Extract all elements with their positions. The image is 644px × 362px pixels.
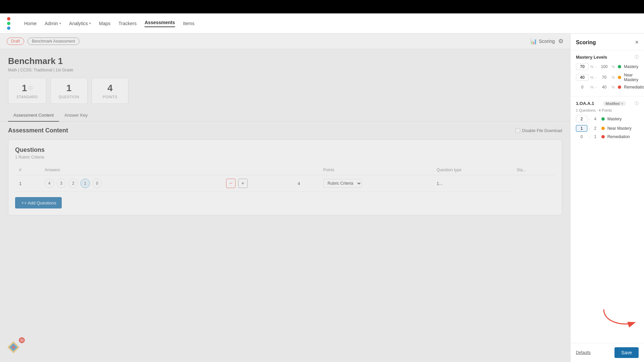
- disable-download-row: Disable File Download: [516, 128, 562, 133]
- scoring-button[interactable]: 📊 Scoring: [530, 38, 555, 45]
- scoring-bars-icon: 📊: [530, 38, 537, 45]
- nav-trackers[interactable]: Trackers: [118, 21, 137, 26]
- near-mastery-from-input[interactable]: [576, 74, 589, 81]
- tabs: Assessment Content Answer Key: [0, 109, 570, 122]
- standard-info-icon[interactable]: ⓘ: [29, 85, 33, 91]
- std-label-near-mastery: Near Mastery: [607, 126, 632, 131]
- questions-table: # Answers Points Question type Sta... 1: [15, 165, 555, 192]
- row-points: 4: [294, 175, 319, 192]
- nav-home[interactable]: Home: [24, 21, 37, 26]
- points-label: POINTS: [103, 95, 117, 99]
- mastery-label-remediation: Remediation: [624, 85, 644, 89]
- main-wrapper: Draft Benchmark Assessment 📊 Scoring ⚙ B…: [0, 34, 644, 362]
- std-near-mastery-from-input[interactable]: [576, 125, 587, 132]
- answer-3[interactable]: 3: [57, 179, 66, 188]
- answer-0[interactable]: 0: [93, 179, 102, 188]
- benchmark-badge[interactable]: Benchmark Assessment: [28, 38, 79, 45]
- mastery-section-header: Mastery Levels ⓘ: [576, 54, 639, 60]
- add-questions-button[interactable]: ＋ + Add Questions: [15, 197, 62, 208]
- col-spacer: [203, 165, 319, 175]
- app-icon[interactable]: 36: [7, 339, 23, 355]
- mastery-label-mastery: Mastery: [624, 64, 638, 69]
- mastery-remediation-row: 0 % - 40 % Remediation: [576, 85, 639, 89]
- std-label-remediation: Remediation: [607, 134, 630, 139]
- modified-badge: Modified ×: [603, 101, 626, 106]
- row-answers: 4 3 2 1 0: [41, 175, 203, 192]
- defaults-button[interactable]: Defaults: [576, 350, 591, 355]
- increase-points-button[interactable]: +: [238, 179, 248, 188]
- row-question-type: Rubric Criteria: [319, 175, 433, 192]
- stat-standard: 1 ⓘ STANDARD: [8, 78, 46, 104]
- mastery-label-near-mastery: Near Mastery: [624, 73, 639, 82]
- stats-row: 1 ⓘ STANDARD 1 QUESTION 4 POINTS: [0, 72, 570, 109]
- content-section: Assessment Content Disable File Download…: [0, 122, 570, 221]
- standard-label: STANDARD: [16, 95, 38, 99]
- row-standard-short: 1...: [433, 175, 513, 192]
- standard-count: 1: [22, 83, 27, 94]
- analytics-chevron-icon: ▾: [89, 21, 91, 25]
- app-logo[interactable]: [7, 17, 14, 30]
- nav-items[interactable]: Items: [183, 21, 195, 26]
- table-row: 1 4 3 2 1 0 − +: [15, 175, 555, 192]
- mastery-dot-near-mastery: [618, 76, 621, 79]
- tab-assessment-content[interactable]: Assessment Content: [8, 109, 59, 122]
- stat-question: 1 QUESTION: [50, 78, 88, 104]
- admin-chevron-icon: ▾: [59, 21, 61, 25]
- std-remediation-row: 0 - 1 Remediation: [576, 134, 639, 139]
- close-panel-button[interactable]: ×: [635, 39, 639, 46]
- standard-info-icon[interactable]: ⓘ: [635, 101, 639, 106]
- panel-title: Scoring: [576, 40, 596, 46]
- std-mastery-from-input[interactable]: [576, 116, 587, 122]
- answer-4[interactable]: 4: [45, 179, 54, 188]
- mastery-near-mastery-row: % - 70 % Near Mastery: [576, 73, 639, 82]
- col-number: #: [15, 165, 41, 175]
- nav-maps[interactable]: Maps: [99, 21, 110, 26]
- mastery-info-icon[interactable]: ⓘ: [635, 54, 639, 60]
- panel-header: Scoring ×: [571, 34, 644, 50]
- settings-button[interactable]: ⚙: [558, 38, 564, 45]
- std-dot-remediation: [601, 135, 605, 138]
- page-subtitle: Math | CCSS: Traditional | 1st Grade: [8, 68, 562, 72]
- standard-sub: 1 Questions · 4 Points: [576, 108, 639, 112]
- decrease-points-button[interactable]: −: [226, 179, 235, 188]
- section-header: Assessment Content Disable File Download: [8, 127, 562, 134]
- mastery-from-input[interactable]: [576, 63, 589, 70]
- standard-section: 1.OA.A.1 Modified × ⓘ 1 Questions · 4 Po…: [571, 97, 644, 146]
- points-count: 4: [107, 83, 113, 94]
- navbar: Home Admin ▾ Analytics ▾ Maps Trackers A…: [0, 13, 644, 34]
- logo-dot-green: [7, 22, 10, 25]
- diamond-icon: [7, 341, 20, 354]
- std-dot-near-mastery: [601, 127, 605, 130]
- disable-download-checkbox[interactable]: [516, 128, 520, 133]
- col-answers: Answers: [41, 165, 203, 175]
- standard-header: 1.OA.A.1 Modified × ⓘ: [576, 101, 639, 106]
- mastery-dot-remediation: [618, 85, 621, 89]
- answer-2[interactable]: 2: [68, 179, 78, 188]
- toolbar-right: 📊 Scoring ⚙: [530, 38, 564, 45]
- std-near-mastery-row: - 2 Near Mastery: [576, 125, 639, 132]
- app-badge: 36: [19, 337, 25, 343]
- row-spacer: [203, 175, 222, 192]
- std-label-mastery: Mastery: [607, 117, 622, 121]
- save-button[interactable]: Save: [614, 347, 639, 358]
- mastery-dot-mastery: [618, 65, 621, 68]
- question-type-select[interactable]: Rubric Criteria: [323, 179, 362, 188]
- row-number: 1: [15, 175, 41, 192]
- tab-answer-key[interactable]: Answer Key: [59, 109, 93, 122]
- modified-close-button[interactable]: ×: [621, 102, 623, 106]
- answer-1[interactable]: 1: [80, 179, 90, 188]
- nav-admin[interactable]: Admin ▾: [45, 21, 61, 26]
- nav-links: Home Admin ▾ Analytics ▾ Maps Trackers A…: [24, 20, 195, 27]
- mastery-mastery-row: % - 100 % Mastery: [576, 63, 639, 70]
- std-mastery-row: - 4 Mastery: [576, 116, 639, 122]
- standard-id: 1.OA.A.1: [576, 101, 594, 106]
- questions-subtitle: 1 Rubric Criteria: [15, 155, 555, 160]
- draft-badge[interactable]: Draft: [7, 38, 24, 45]
- nav-analytics[interactable]: Analytics ▾: [69, 21, 91, 26]
- mastery-levels-title: Mastery Levels: [576, 55, 607, 60]
- page-title: Benchmark 1: [8, 56, 562, 66]
- question-count: 1: [66, 83, 72, 94]
- col-standard: Sta...: [513, 165, 555, 175]
- assessment-content-title: Assessment Content: [8, 127, 68, 134]
- nav-assessments[interactable]: Assessments: [145, 20, 175, 27]
